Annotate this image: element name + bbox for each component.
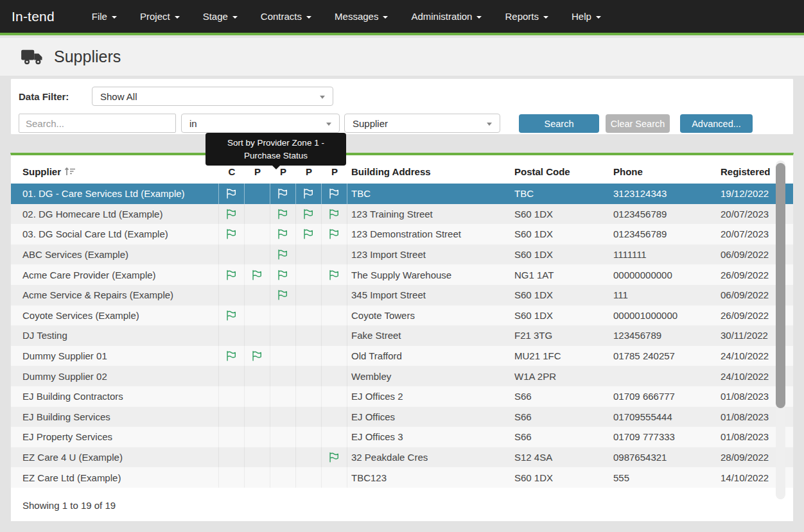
flag-icon — [328, 270, 340, 280]
cell-registered-date: 14/10/2022 — [717, 467, 776, 488]
cell-status-flag-3 — [270, 407, 296, 427]
nav-item-help[interactable]: Help — [563, 6, 610, 27]
nav-item-project[interactable]: Project — [131, 6, 189, 27]
table-row[interactable]: 01. DG - Care Services Ltd (Example)TBCT… — [11, 184, 793, 204]
column-header-phone[interactable]: Phone — [609, 159, 717, 184]
cell-status-flag-5 — [322, 346, 347, 366]
cell-registered-date: 26/09/2022 — [717, 305, 776, 326]
table-row[interactable]: DJ TestingFake StreetF21 3TG12345678930/… — [11, 325, 793, 346]
cell-status-flag-4 — [296, 366, 322, 386]
cell-phone: 111 — [609, 285, 717, 305]
table-row[interactable]: EZ Care 4 U (Example)32 Peakdale CresS12… — [11, 447, 793, 468]
table-row[interactable]: EJ Property ServicesEJ Offices 3S6601709… — [11, 427, 793, 447]
flag-icon — [251, 270, 263, 280]
table-body: 01. DG - Care Services Ltd (Example)TBCT… — [11, 184, 793, 488]
cell-status-flag-4 — [296, 447, 322, 468]
cell-status-flag-1 — [219, 184, 245, 204]
cell-status-flag-1 — [219, 346, 245, 366]
table-row[interactable]: EJ Building ServicesEJ OfficesS660170955… — [11, 407, 793, 427]
search-field-select[interactable]: Supplier — [344, 114, 500, 133]
chevron-down-icon — [326, 123, 331, 126]
flag-icon — [328, 209, 340, 219]
nav-item-stage[interactable]: Stage — [194, 6, 247, 27]
data-filter-value: Show All — [100, 91, 137, 102]
cell-status-flag-2 — [245, 204, 270, 225]
table-row[interactable]: 02. DG Homecare Ltd (Example)123 Trainin… — [11, 204, 793, 225]
search-button[interactable]: Search — [519, 114, 599, 133]
cell-status-flag-1 — [219, 224, 245, 245]
cell-phone: 00000000000 — [609, 264, 717, 285]
cell-status-flag-1 — [219, 264, 245, 285]
cell-supplier-name: DJ Testing — [11, 325, 219, 346]
cell-status-flag-3 — [270, 305, 296, 326]
table-row[interactable]: ABC Services (Example)123 Import StreetS… — [11, 245, 793, 265]
scrollbar-track[interactable] — [776, 160, 785, 499]
page-title: Suppliers — [54, 47, 121, 66]
table-row[interactable]: Coyote Services (Example)Coyote TowersS6… — [11, 305, 793, 326]
cell-status-flag-1 — [219, 204, 245, 225]
cell-phone: 01709 666777 — [609, 386, 717, 407]
scrollbar-thumb[interactable] — [776, 163, 785, 408]
column-header-label: P — [280, 166, 286, 177]
nav-item-reports[interactable]: Reports — [496, 6, 557, 27]
cell-building-address: Old Trafford — [347, 346, 511, 366]
cell-status-flag-2 — [245, 224, 270, 245]
cell-supplier-name: 02. DG Homecare Ltd (Example) — [11, 204, 219, 225]
search-input[interactable] — [19, 114, 176, 133]
cell-status-flag-1 — [219, 386, 245, 407]
cell-status-flag-3 — [270, 224, 296, 245]
cell-building-address: 123 Import Street — [347, 245, 511, 265]
table-row[interactable]: EZ Care Ltd (Example)TBC123S60 1DX55514/… — [11, 467, 793, 488]
suppliers-table-panel: SupplierCPPPPBuilding AddressPostal Code… — [10, 153, 794, 522]
cell-status-flag-4 — [296, 407, 322, 427]
cell-status-flag-2 — [245, 264, 270, 285]
nav-item-administration[interactable]: Administration — [402, 6, 491, 27]
cell-status-flag-3 — [270, 366, 296, 386]
table-row[interactable]: Acme Service & Repairs (Example)345 Impo… — [11, 285, 793, 305]
cell-status-flag-2 — [245, 427, 270, 447]
nav-item-file[interactable]: File — [83, 6, 126, 27]
table-row[interactable]: Dummy Supplier 02WembleyW1A 2PR24/10/202… — [11, 366, 793, 386]
cell-status-flag-2 — [245, 386, 270, 407]
column-header-building-address[interactable]: Building Address — [347, 159, 511, 184]
nav-item-messages[interactable]: Messages — [326, 6, 397, 27]
cell-registered-date: 01/08/2023 — [717, 386, 776, 407]
cell-status-flag-4 — [296, 285, 322, 305]
cell-status-flag-1 — [219, 407, 245, 427]
cell-building-address: 345 Import Street — [347, 285, 511, 305]
flag-icon — [277, 228, 289, 239]
chevron-down-icon — [306, 16, 311, 19]
cell-status-flag-3 — [270, 467, 296, 488]
cell-building-address: The Supply Warehouse — [347, 264, 511, 285]
column-header-postal-code[interactable]: Postal Code — [511, 159, 609, 184]
table-row[interactable]: 03. DG Social Care Ltd (Example)123 Demo… — [11, 224, 793, 245]
table-row[interactable]: EJ Building ContractorsEJ Offices 2S6601… — [11, 386, 793, 407]
cell-postal-code: S60 1DX — [511, 224, 609, 245]
cell-phone: 01785 240257 — [609, 346, 717, 366]
flag-icon — [225, 350, 238, 361]
search-operator-select[interactable]: in — [181, 114, 340, 133]
table-row[interactable]: Dummy Supplier 01Old TraffordMU21 1FC017… — [11, 346, 793, 366]
cell-status-flag-4 — [296, 245, 322, 265]
flag-icon — [302, 228, 315, 239]
flag-icon — [277, 270, 289, 280]
data-filter-select[interactable]: Show All — [92, 87, 333, 106]
nav-item-contracts[interactable]: Contracts — [252, 6, 320, 27]
cell-registered-date: 20/07/2023 — [717, 204, 776, 225]
table-row[interactable]: Acme Care Provider (Example)The Supply W… — [11, 264, 793, 285]
cell-postal-code: S60 1DX — [511, 204, 609, 225]
advanced-button[interactable]: Advanced... — [680, 114, 753, 133]
cell-status-flag-2 — [245, 467, 270, 488]
cell-phone: 555 — [609, 467, 717, 488]
cell-status-flag-5 — [322, 325, 347, 346]
column-header-label: Registered — [721, 166, 771, 177]
column-header-registered[interactable]: Registered — [717, 159, 776, 184]
nav-menu: FileProjectStageContractsMessagesAdminis… — [83, 6, 610, 27]
app-logo[interactable]: In-tend — [12, 9, 55, 24]
cell-status-flag-1 — [219, 285, 245, 305]
column-header-supplier[interactable]: Supplier — [11, 159, 219, 184]
cell-status-flag-1 — [219, 325, 245, 346]
cell-phone: 3123124343 — [609, 184, 717, 204]
chevron-down-icon — [175, 16, 180, 19]
clear-search-button[interactable]: Clear Search — [606, 114, 670, 133]
